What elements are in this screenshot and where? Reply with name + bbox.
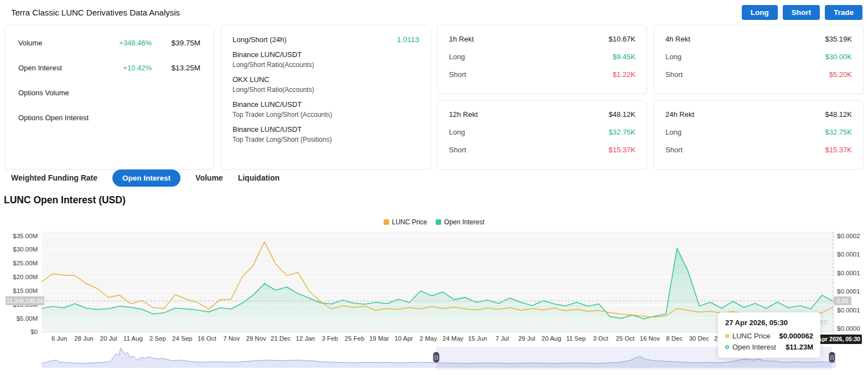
options-open-interest-row: Options Open Interest — [18, 112, 200, 123]
y-left-label: $30.00M — [13, 246, 38, 253]
long-short-24h-value: 1.0113 — [397, 35, 419, 44]
lunc-price-marker-icon — [725, 334, 729, 338]
rekt-12h-long-value: $32.75K — [609, 128, 636, 136]
lunc-price-swatch-icon — [384, 219, 389, 225]
x-tick-label: 6 Jun — [51, 335, 67, 342]
svg-text:0.00: 0.00 — [837, 297, 849, 304]
navigator-handle-right[interactable] — [829, 352, 835, 363]
y-left-label: $15.00M — [13, 287, 38, 294]
tab-open-interest[interactable]: Open Interest — [112, 169, 180, 187]
open-interest-change: +10.42% — [123, 64, 152, 72]
rekt-column-2: 4h Rekt$35.19K Long$30.00K Short$5.20K 2… — [654, 25, 864, 169]
rekt-1h-long-label: Long — [449, 53, 465, 61]
rekt-4h-long-value: $30.00K — [825, 53, 852, 61]
rekt-4h-short-value: $5.20K — [829, 70, 852, 79]
ratio-link-binance-accounts[interactable]: Binance LUNC/USDT Long/Short Ratio(Accou… — [232, 50, 419, 69]
options-open-interest-label: Options Open Interest — [18, 114, 200, 122]
tooltip-row-price: LUNC Price $0.000062 — [725, 332, 813, 340]
x-tick-label: 15 Jun — [468, 335, 487, 342]
derivatives-dashboard: Terra Classic LUNC Derivatives Data Anal… — [0, 0, 868, 375]
open-interest-value: $13.25M — [166, 64, 200, 72]
long-short-24h-row: Long/Short (24h) 1.0113 — [232, 35, 419, 44]
rekt-12h-short-value: $15.37K — [609, 146, 636, 154]
x-tick-label: 29 Nov — [246, 335, 266, 342]
header-actions: Long Short Trade — [742, 5, 862, 20]
open-interest-swatch-icon — [436, 219, 441, 225]
long-short-24h-label: Long/Short (24h) — [232, 35, 287, 44]
x-tick-label: 3 Feb — [322, 335, 338, 342]
y-right-label: $0.0000 — [837, 325, 860, 332]
x-tick-label: 25 Oct — [616, 335, 635, 342]
trade-button[interactable]: Trade — [825, 5, 862, 20]
rekt-column-1: 1h Rekt$10.67K Long$9.45K Short$1.22K 12… — [437, 25, 647, 169]
legend-open-interest[interactable]: Open Interest — [436, 218, 484, 226]
rekt-12h-long-label: Long — [449, 128, 465, 136]
y-left-label: $0 — [30, 328, 38, 335]
open-interest-row: Open Interest +10.42% $13.25M — [18, 63, 200, 73]
long-button[interactable]: Long — [742, 5, 778, 20]
tooltip-timestamp: 27 Apr 2026, 05:30 — [725, 319, 813, 327]
rekt-card-12h: 12h Rekt$48.12K Long$32.75K Short$15.37K — [437, 100, 647, 169]
x-tick-label: 16 Oct — [198, 335, 217, 342]
rekt-card-4h: 4h Rekt$35.19K Long$30.00K Short$5.20K — [654, 25, 864, 94]
x-tick-label: 28 Jun — [74, 335, 94, 342]
y-right-label: $0.0001 — [837, 307, 860, 314]
y-left-label: $5.00M — [17, 315, 38, 322]
rekt-24h-title: 24h Rekt — [665, 110, 694, 119]
rekt-1h-short-label: Short — [449, 70, 466, 79]
tab-weighted-funding-rate[interactable]: Weighted Funding Rate — [11, 173, 97, 182]
open-interest-marker-icon — [725, 345, 729, 349]
x-tick-label: 29 Jul — [518, 335, 535, 342]
ratio-link-okx-accounts[interactable]: OKX LUNC Long/Short Ratio(Accounts) — [232, 75, 419, 94]
rekt-12h-title: 12h Rekt — [449, 110, 478, 119]
x-tick-label: 24 May — [442, 335, 463, 342]
volume-value: $39.75M — [166, 39, 200, 47]
x-tick-label: 2 Sep — [149, 335, 166, 342]
watermark: ss — [819, 317, 828, 326]
rekt-card-24h: 24h Rekt$48.12K Long$32.75K Short$15.37K — [654, 100, 864, 169]
rekt-1h-long-value: $9.45K — [613, 53, 636, 61]
tab-volume[interactable]: Volume — [195, 173, 223, 182]
x-tick-label: 12 Jan — [296, 335, 315, 342]
rekt-4h-long-label: Long — [665, 53, 681, 61]
ratio-link-top-trader-accounts[interactable]: Binance LUNC/USDT Top Trader Long/Short … — [232, 100, 419, 119]
market-stats-card: Volume +348.46% $39.75M Open Interest +1… — [4, 25, 214, 169]
x-tick-label: 10 Apr — [395, 335, 413, 342]
short-button[interactable]: Short — [783, 5, 820, 20]
x-tick-label: 25 Feb — [344, 335, 364, 342]
rekt-12h-total: $48.12K — [609, 110, 636, 119]
legend-lunc-price[interactable]: LUNC Price — [384, 218, 427, 226]
tooltip-row-open-interest: Open Interest $11.23M — [725, 343, 813, 351]
chart-tabs: Weighted Funding Rate Open Interest Volu… — [11, 169, 280, 187]
header: Terra Classic LUNC Derivatives Data Anal… — [0, 0, 868, 25]
x-tick-label: 16 Nov — [640, 335, 660, 342]
rekt-1h-title: 1h Rekt — [449, 35, 474, 43]
x-tick-label: 11 Aug — [123, 335, 143, 342]
x-tick-label: 24 Sep — [172, 335, 192, 342]
rekt-1h-short-value: $1.22K — [613, 70, 636, 79]
x-tick-label: 30 Dec — [689, 335, 709, 342]
stats-row: Volume +348.46% $39.75M Open Interest +1… — [4, 25, 864, 160]
rekt-card-1h: 1h Rekt$10.67K Long$9.45K Short$1.22K — [437, 25, 647, 94]
volume-change: +348.46% — [119, 39, 152, 47]
y-right-label: $0.0001 — [837, 270, 860, 276]
x-tick-label: 8 Dec — [666, 335, 683, 342]
tab-liquidation[interactable]: Liquidation — [238, 173, 280, 182]
long-short-card: Long/Short (24h) 1.0113 Binance LUNC/USD… — [221, 25, 431, 169]
chart-tooltip: 27 Apr 2026, 05:30 LUNC Price $0.000062 … — [718, 312, 820, 358]
x-tick-label: 20 Jul — [100, 335, 117, 342]
navigator-handle-left[interactable] — [433, 352, 440, 363]
options-volume-row: Options Volume — [18, 88, 200, 98]
ratio-link-top-trader-positions[interactable]: Binance LUNC/USDT Top Trader Long/Short … — [232, 125, 419, 144]
page-title: Terra Classic LUNC Derivatives Data Anal… — [11, 8, 180, 17]
rekt-24h-long-value: $32.75K — [825, 128, 852, 136]
x-tick-label: 11 Sep — [566, 335, 586, 342]
x-tick-label: 20 Aug — [541, 335, 561, 342]
rekt-4h-total: $35.19K — [825, 35, 852, 43]
y-left-label: $25.00M — [13, 260, 38, 266]
rekt-24h-short-value: $15.37K — [825, 146, 852, 154]
x-tick-label: 2 May — [420, 335, 437, 342]
rekt-24h-total: $48.12K — [825, 110, 852, 119]
options-volume-label: Options Volume — [18, 89, 200, 97]
x-tick-label: 7 Nov — [223, 335, 240, 342]
